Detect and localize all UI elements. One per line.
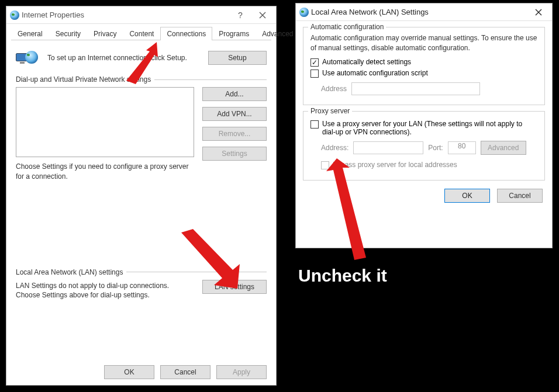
tab-strip: General Security Privacy Content Connect… [11, 26, 271, 40]
setup-text: To set up an Internet connection, click … [47, 53, 194, 63]
proxy-port-field: 80 [448, 141, 476, 154]
auto-group-text: Automatic configuration may override man… [310, 33, 537, 53]
apply-button: Apply [216, 365, 267, 379]
lan-settings-button[interactable]: LAN settings [202, 280, 267, 294]
tab-general[interactable]: General [11, 27, 49, 40]
remove-button: Remove... [202, 127, 267, 141]
close-icon [259, 12, 266, 19]
annotation-label: Uncheck it [298, 266, 387, 286]
auto-group-legend: Automatic configuration [308, 23, 386, 31]
lan-note: LAN Settings do not apply to dial-up con… [16, 281, 194, 301]
tab-security[interactable]: Security [49, 27, 87, 40]
script-address-label: Address [321, 85, 347, 93]
close-button[interactable] [251, 7, 274, 23]
globe-icon [299, 8, 309, 17]
use-proxy-label: Use a proxy server for your LAN (These s… [322, 120, 537, 136]
add-button[interactable]: Add... [202, 87, 267, 101]
window-title: Local Area Network (LAN) Settings [309, 8, 527, 16]
tab-privacy[interactable]: Privacy [87, 27, 123, 40]
help-button[interactable]: ? [229, 7, 251, 23]
setup-button[interactable]: Setup [208, 51, 267, 65]
settings-button: Settings [202, 147, 267, 161]
auto-script-label: Use automatic configuration script [322, 69, 428, 77]
script-address-field [351, 82, 480, 95]
bypass-local-label: Bypass proxy server for local addresses [333, 161, 457, 169]
lan-group-label: Local Area Network (LAN) settings [16, 268, 123, 276]
tab-programs[interactable]: Programs [212, 27, 256, 40]
use-proxy-checkbox[interactable] [310, 120, 319, 129]
proxy-port-label: Port: [428, 144, 443, 152]
tab-connections[interactable]: Connections [160, 27, 212, 40]
cancel-button[interactable]: Cancel [497, 189, 543, 203]
tab-advanced[interactable]: Advanced [256, 27, 299, 40]
close-button[interactable] [527, 4, 550, 20]
cancel-button[interactable]: Cancel [160, 365, 211, 379]
add-vpn-button[interactable]: Add VPN... [202, 107, 267, 121]
proxy-address-field [353, 141, 423, 154]
proxy-server-group: Proxy server Use a proxy server for your… [303, 111, 545, 181]
internet-properties-window: Internet Properties ? General Security P… [6, 6, 277, 386]
ok-button[interactable]: OK [104, 365, 154, 379]
proxy-address-label: Address: [321, 144, 348, 152]
automatic-configuration-group: Automatic configuration Automatic config… [303, 27, 545, 105]
auto-script-checkbox[interactable] [310, 70, 319, 78]
bypass-local-checkbox [321, 161, 329, 169]
titlebar[interactable]: Internet Properties ? [6, 6, 276, 24]
tab-content[interactable]: Content [123, 27, 160, 40]
connection-icon [16, 50, 39, 66]
proxy-group-legend: Proxy server [308, 107, 352, 115]
dialup-listbox[interactable] [16, 87, 194, 157]
globe-icon [10, 11, 19, 20]
dialup-group-label: Dial-up and Virtual Private Network sett… [16, 75, 151, 84]
auto-detect-label: Automatically detect settings [322, 58, 411, 66]
titlebar[interactable]: Local Area Network (LAN) Settings [296, 4, 552, 21]
lan-settings-window: Local Area Network (LAN) Settings Automa… [295, 3, 553, 248]
window-title: Internet Properties [19, 11, 229, 19]
close-icon [535, 9, 542, 16]
dialup-note: Choose Settings if you need to configure… [16, 162, 194, 182]
ok-button[interactable]: OK [444, 189, 490, 203]
advanced-button: Advanced [481, 141, 526, 155]
auto-detect-checkbox[interactable] [310, 58, 319, 67]
